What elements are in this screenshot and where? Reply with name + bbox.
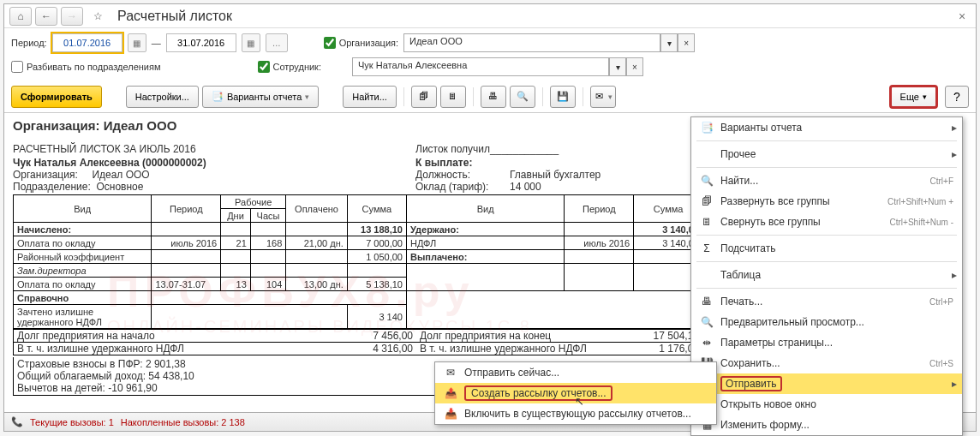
emp-check[interactable]: Сотрудник:	[258, 61, 322, 73]
calendar-from-button[interactable]: ▦	[128, 33, 146, 52]
dd-find[interactable]: 🔍Найти...Ctrl+F	[691, 170, 962, 191]
org-clear-button[interactable]: ×	[678, 33, 695, 52]
status-current: Текущие вызовы: 1	[30, 417, 114, 427]
dd-print[interactable]: 🖶Печать...Ctrl+P	[691, 291, 962, 312]
save-button[interactable]: 💾	[550, 86, 576, 108]
more-menu: 📑Варианты отчета▸ Прочее▸ 🔍Найти...Ctrl+…	[690, 116, 963, 436]
dd-save[interactable]: 💾Сохранить...Ctrl+S	[691, 353, 962, 373]
params-row-2: Разбивать по подразделениям Сотрудник: Ч…	[4, 57, 976, 81]
period-ellipsis-button[interactable]: …	[266, 33, 288, 52]
dd-expand-k: Ctrl+Shift+Num +	[887, 197, 953, 206]
dd-save-k: Ctrl+S	[929, 359, 953, 368]
preview-mini-icon: 🔍	[701, 316, 714, 328]
dd-variants[interactable]: 📑Варианты отчета▸	[691, 117, 962, 138]
r-zach-v: 3 140	[347, 305, 406, 329]
th-dni: Дни	[221, 209, 251, 223]
dd-form-lbl: Изменить форму...	[720, 419, 810, 431]
ctx-create-dist[interactable]: 📤Создать рассылку отчетов...↖	[435, 383, 716, 403]
org-value: Идеал ООО	[403, 33, 660, 52]
r-vypl: Выплачено:	[406, 250, 565, 264]
dd-print-k: Ctrl+P	[929, 297, 953, 307]
form-button[interactable]: Сформировать	[11, 86, 102, 108]
r-nach: Начислено:	[14, 223, 152, 236]
dd-page[interactable]: ⇹Параметры страницы...	[691, 332, 962, 353]
dd-form[interactable]: ▦Изменить форму...	[691, 415, 962, 435]
expand-all-button[interactable]: 🗐	[411, 86, 437, 108]
r4s: 5 138,10	[347, 278, 406, 291]
dd-collapse[interactable]: 🗏Свернуть все группыCtrl+Shift+Num -	[691, 212, 962, 232]
ctx-send-now[interactable]: ✉Отправить сейчас...	[435, 362, 716, 383]
period-sep: —	[152, 38, 161, 48]
dd-table-lbl: Таблица	[720, 269, 761, 281]
variants-button[interactable]: 📑Варианты отчета ▾	[202, 86, 319, 108]
preview-button[interactable]: 🔍	[510, 86, 535, 108]
calendar-to-button[interactable]: ▦	[242, 33, 260, 52]
dd-send[interactable]: ✉Отправить▸	[691, 373, 962, 394]
emp-value: Чук Наталья Алексеевна	[352, 57, 609, 76]
debt-end: Долг предприятия на конец	[420, 330, 551, 342]
dd-newwin[interactable]: ⧉Открыть новое окно	[691, 394, 962, 415]
send-submenu: ✉Отправить сейчас... 📤Создать рассылку о…	[434, 361, 717, 425]
r4paid: 13,00 дн.	[286, 278, 348, 291]
r-zach: Зачтено излишне удержанного НДФЛ	[14, 305, 152, 329]
r1p: июль 2016	[152, 236, 221, 250]
preview-icon: 🔍	[517, 91, 529, 103]
collapse-all-button[interactable]: 🗏	[440, 86, 466, 108]
back-button[interactable]: ←	[35, 7, 57, 26]
send-toolbar-button[interactable]: ✉ ▾	[590, 86, 616, 108]
org-dropdown-button[interactable]: ▾	[660, 33, 678, 52]
org-check[interactable]: Организация:	[324, 37, 398, 49]
star-icon[interactable]: ☆	[87, 7, 109, 26]
settings-button[interactable]: Настройки...	[126, 86, 199, 108]
th-period-r: Период	[565, 195, 634, 223]
print-button[interactable]: 🖶	[481, 86, 506, 108]
r-dep-lbl: Подразделение:	[13, 181, 91, 193]
emp-select[interactable]: Чук Наталья Алексеевна ▾ ×	[352, 57, 643, 76]
incl1: В т. ч. излишне удержанного НДФЛ	[17, 343, 184, 355]
expand-all-icon: 🗐	[702, 195, 712, 207]
variants-mini-icon: 📑	[701, 122, 714, 134]
forward-button[interactable]: →	[61, 7, 83, 26]
more-button[interactable]: Еще ▾	[889, 85, 938, 109]
titlebar: ⌂ ← → ☆ Расчетный листок ×	[4, 4, 976, 28]
home-button[interactable]: ⌂	[9, 7, 32, 26]
ctx-i2-label: Создать рассылку отчетов...	[464, 385, 612, 401]
r4l: Оплата по окладу	[14, 278, 152, 291]
help-button[interactable]: ?	[945, 86, 969, 108]
th-chasy: Часы	[250, 209, 286, 223]
r1l: Оплата по окладу	[14, 236, 152, 250]
split-check[interactable]: Разбивать по подразделениям	[11, 61, 161, 73]
dd-calc-lbl: Подсчитать	[720, 242, 775, 254]
dd-collapse-k: Ctrl+Shift+Num -	[890, 218, 953, 227]
th-sum-l: Сумма	[347, 195, 406, 223]
dd-preview-lbl: Предварительный просмотр...	[720, 316, 864, 328]
dd-find-lbl: Найти...	[720, 175, 758, 187]
r3l: Зам.директора	[14, 264, 152, 278]
incl1v: 4 316,00	[373, 343, 413, 355]
dd-calc[interactable]: ΣПодсчитать	[691, 238, 962, 259]
find-button[interactable]: Найти...	[343, 86, 397, 108]
dd-table[interactable]: Таблица▸	[691, 265, 962, 285]
dd-expand[interactable]: 🗐Развернуть все группыCtrl+Shift+Num +	[691, 191, 962, 212]
save-icon: 💾	[557, 91, 569, 103]
r-sprav: Справочно	[14, 291, 152, 305]
emp-dropdown-button[interactable]: ▾	[609, 57, 626, 76]
r1s: 7 000,00	[347, 236, 406, 250]
chevron-right-icon: ▸	[952, 269, 957, 281]
dd-preview[interactable]: 🔍Предварительный просмотр...	[691, 312, 962, 332]
report-subtitle: РАСЧЕТНЫЙ ЛИСТОК ЗА ИЮЛЬ 2016	[13, 143, 415, 155]
close-button[interactable]: ×	[953, 9, 971, 23]
r1d: 21	[221, 236, 251, 250]
org-select[interactable]: Идеал ООО ▾ ×	[403, 33, 695, 52]
expand-icon: 🗐	[418, 91, 430, 103]
emp-clear-button[interactable]: ×	[626, 57, 643, 76]
collapse-all-icon: 🗏	[702, 216, 712, 228]
search-icon: 🔍	[701, 175, 714, 187]
ctx-i1-label: Отправить сейчас...	[464, 367, 559, 379]
dd-other[interactable]: Прочее▸	[691, 144, 962, 164]
period-from-input[interactable]	[52, 33, 122, 52]
r1paid: 21,00 дн.	[286, 236, 348, 250]
params-row-1: Период: ▦ — ▦ … Организация: Идеал ООО ▾…	[4, 28, 976, 57]
r4p: 13.07-31.07	[152, 278, 221, 291]
period-to-input[interactable]	[166, 33, 236, 52]
